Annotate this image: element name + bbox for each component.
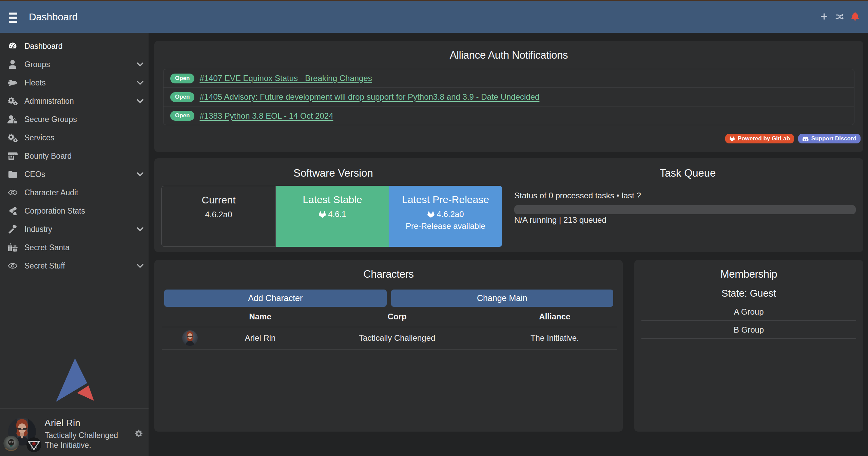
membership-panel: Membership State: Guest A Group B Group bbox=[634, 260, 863, 432]
characters-table: Name Corp Alliance bbox=[162, 307, 617, 350]
version-taskqueue-panel: Software Version Task Queue Current 4.6.… bbox=[154, 158, 863, 252]
column-portrait bbox=[162, 307, 218, 327]
sidebar-item-secure-groups[interactable]: Secure Groups bbox=[0, 110, 149, 128]
version-current-label: Current bbox=[162, 194, 275, 206]
sidebar: Dashboard Groups Fleets Administration S… bbox=[0, 33, 149, 456]
version-prerelease-box: Latest Pre-Release 4.6.2a0 Pre-Release a… bbox=[389, 186, 502, 247]
version-prerelease-label: Latest Pre-Release bbox=[389, 194, 502, 205]
characters-title: Characters bbox=[154, 268, 623, 280]
character-row: Ariel Rin Tactically Challenged The Init… bbox=[162, 327, 617, 349]
task-queue-progressbar bbox=[514, 205, 856, 214]
settings-gear-icon[interactable] bbox=[135, 430, 143, 438]
user-corporation: Tactically Challenged bbox=[45, 431, 118, 440]
powered-by-gitlab-button[interactable]: Powered by GitLab bbox=[725, 134, 794, 143]
chevron-down-icon bbox=[136, 97, 144, 105]
sidebar-item-bounty-board[interactable]: Bounty Board bbox=[0, 147, 149, 165]
user-lock-icon bbox=[7, 114, 18, 124]
notification-item: Open #1407 EVE Equinox Status - Breaking… bbox=[163, 69, 854, 88]
support-discord-button[interactable]: Support Discord bbox=[798, 134, 861, 143]
fighter-jet-icon bbox=[7, 78, 18, 88]
sidebar-item-secret-santa[interactable]: Secret Santa bbox=[0, 238, 149, 257]
chevron-down-icon bbox=[136, 225, 144, 234]
gitlab-tanuki-icon bbox=[319, 211, 327, 218]
column-name: Name bbox=[218, 307, 302, 327]
group-row: B Group bbox=[641, 321, 856, 339]
sidebar-item-groups[interactable]: Groups bbox=[0, 55, 149, 74]
user-panel: Ariel Rin Tactically Challenged The Init… bbox=[0, 409, 149, 456]
alliance-logo[interactable] bbox=[26, 437, 41, 452]
shuffle-icon[interactable] bbox=[835, 13, 844, 21]
shop-icon bbox=[7, 151, 18, 161]
sidebar-menu: Dashboard Groups Fleets Administration S… bbox=[0, 37, 149, 275]
version-stable-label: Latest Stable bbox=[276, 194, 389, 205]
sidebar-item-fleets[interactable]: Fleets bbox=[0, 74, 149, 92]
sidebar-item-dashboard[interactable]: Dashboard bbox=[0, 37, 149, 55]
prerelease-note: Pre-Release available bbox=[389, 221, 502, 231]
folder-icon bbox=[7, 169, 18, 179]
character-corp: Tactically Challenged bbox=[302, 327, 492, 349]
sidebar-item-services[interactable]: Services bbox=[0, 128, 149, 147]
version-prerelease-value: 4.6.2a0 bbox=[389, 210, 502, 219]
user-name: Ariel Rin bbox=[44, 418, 80, 429]
notification-link[interactable]: #1407 EVE Equinox Status - Breaking Chan… bbox=[199, 74, 372, 83]
add-icon[interactable] bbox=[820, 13, 828, 21]
task-queue-status: Status of 0 processed tasks • last ? bbox=[514, 191, 641, 200]
eye-icon bbox=[7, 187, 18, 198]
notification-bell-icon[interactable] bbox=[851, 13, 859, 21]
character-portrait bbox=[182, 330, 198, 346]
menu-toggle-icon[interactable] bbox=[9, 13, 17, 23]
version-current-value: 4.6.2a0 bbox=[162, 210, 275, 219]
character-name: Ariel Rin bbox=[218, 327, 302, 349]
column-corp: Corp bbox=[302, 307, 492, 327]
gitlab-tanuki-icon bbox=[427, 211, 435, 218]
sidebar-item-character-audit[interactable]: Character Audit bbox=[0, 183, 149, 202]
notifications-title: Alliance Auth Notifications bbox=[154, 49, 863, 61]
sidebar-item-secret-stuff[interactable]: Secret Stuff bbox=[0, 257, 149, 275]
notification-item: Open #1383 Python 3.8 EOL - 14 Oct 2024 bbox=[163, 106, 854, 125]
status-badge: Open bbox=[170, 111, 194, 121]
membership-groups: A Group B Group bbox=[641, 303, 856, 339]
task-queue-title: Task Queue bbox=[512, 167, 863, 179]
version-stable-box: Latest Stable 4.6.1 bbox=[276, 186, 389, 247]
character-alliance: The Initiative. bbox=[492, 327, 617, 349]
chevron-down-icon bbox=[136, 60, 144, 69]
chevron-down-icon bbox=[136, 78, 144, 87]
gifts-icon bbox=[7, 242, 18, 253]
corporation-logo[interactable] bbox=[3, 436, 19, 451]
status-badge: Open bbox=[170, 92, 194, 102]
add-character-button[interactable]: Add Character bbox=[164, 290, 387, 307]
software-version-title: Software Version bbox=[154, 167, 512, 179]
chevron-down-icon bbox=[136, 261, 144, 270]
eye-icon bbox=[7, 261, 18, 271]
characters-panel: Characters Add Character Change Main Nam… bbox=[154, 260, 623, 432]
notification-item: Open #1405 Advisory: Future development … bbox=[163, 88, 854, 106]
sidebar-item-ceos[interactable]: CEOs bbox=[0, 165, 149, 183]
navbar: Dashboard bbox=[0, 0, 868, 33]
sidebar-item-administration[interactable]: Administration bbox=[0, 92, 149, 110]
page-title: Dashboard bbox=[29, 0, 78, 33]
gauge-icon bbox=[7, 41, 18, 51]
gears-icon bbox=[7, 96, 18, 106]
user-icon bbox=[7, 59, 18, 70]
membership-state: State: Guest bbox=[634, 288, 863, 299]
notifications-list: Open #1407 EVE Equinox Status - Breaking… bbox=[163, 69, 854, 125]
gears-icon bbox=[7, 133, 18, 143]
version-current-box: Current 4.6.2a0 bbox=[161, 186, 276, 247]
column-alliance: Alliance bbox=[492, 307, 617, 327]
share-nodes-icon bbox=[7, 206, 18, 216]
sidebar-item-industry[interactable]: Industry bbox=[0, 220, 149, 238]
notifications-panel: Alliance Auth Notifications Open #1407 E… bbox=[154, 41, 863, 152]
hammer-icon bbox=[7, 224, 18, 234]
notification-link[interactable]: #1405 Advisory: Future development will … bbox=[199, 92, 539, 102]
task-queue-counts: N/A running | 213 queued bbox=[514, 215, 606, 225]
group-row: A Group bbox=[641, 303, 856, 321]
sidebar-item-corporation-stats[interactable]: Corporation Stats bbox=[0, 202, 149, 220]
top-loading-strip bbox=[0, 0, 868, 1]
membership-title: Membership bbox=[634, 268, 863, 280]
user-alliance: The Initiative. bbox=[45, 441, 91, 450]
status-badge: Open bbox=[170, 74, 194, 83]
alliance-auth-logo bbox=[53, 356, 95, 403]
notification-link[interactable]: #1383 Python 3.8 EOL - 14 Oct 2024 bbox=[199, 111, 333, 121]
version-stable-value: 4.6.1 bbox=[276, 210, 389, 219]
change-main-button[interactable]: Change Main bbox=[391, 290, 614, 307]
